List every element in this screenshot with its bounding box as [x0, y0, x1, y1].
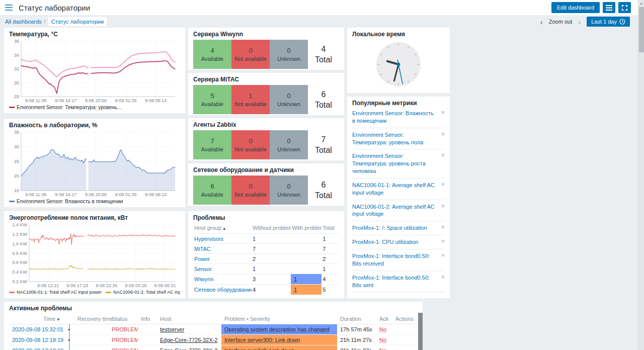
timeline-cell: •: [63, 345, 74, 350]
zoom-out-button[interactable]: Zoom out: [549, 19, 572, 25]
close-icon[interactable]: ×: [441, 152, 445, 158]
list-item: ProxMox-1: Interface bond0.50: Bits sent…: [352, 271, 445, 293]
metric-link[interactable]: Environment Sensor: Температура: уровень…: [352, 152, 437, 175]
severity-cell: Interface swp3s0: Link down: [221, 345, 337, 350]
problem-time-link[interactable]: 2020-09-08 12:18:19: [12, 337, 63, 343]
col-host-group[interactable]: Host group▲: [193, 222, 252, 234]
host-group-link[interactable]: Wiwynn: [194, 276, 214, 282]
host-group-link[interactable]: Сетевое оборудование: [194, 287, 252, 293]
problem-time-link[interactable]: 2020-09-08 15:32:01: [12, 326, 63, 332]
problem-link[interactable]: Interface server300: Link down: [224, 337, 300, 343]
breadcrumb-all-dashboards[interactable]: All dashboards: [5, 19, 42, 25]
widget-scrollbar[interactable]: [418, 313, 423, 350]
popular-metrics-list: Environment Sensor: Влажность в помещени…: [352, 107, 445, 292]
host-link[interactable]: testserver: [160, 326, 184, 332]
host-link[interactable]: Edge-Core-7726-32X-2: [160, 337, 217, 343]
scrollbar-thumb[interactable]: [418, 313, 423, 350]
host-group-link[interactable]: Power: [194, 256, 210, 262]
ack-link[interactable]: No: [379, 347, 386, 350]
host-group-link[interactable]: MiTAC: [194, 246, 211, 252]
host-link[interactable]: Edge-Core-7726-32X-2: [160, 347, 217, 350]
time-back-icon[interactable]: ‹: [540, 18, 543, 26]
metric-link[interactable]: NAC1006-01-1: Average shelf AC input vol…: [352, 182, 437, 197]
page-scrollbar[interactable]: ▲: [638, 0, 644, 350]
widget-title: Влажность в лаборатории, %: [9, 122, 180, 129]
widget-popular-metrics: Популярные метрики Environment Sensor: В…: [347, 97, 450, 298]
close-icon[interactable]: ×: [441, 131, 445, 137]
close-icon[interactable]: ×: [441, 203, 445, 209]
col-timeline: [63, 314, 74, 324]
time-forward-icon[interactable]: ›: [578, 18, 581, 26]
svg-text:9-09 06:14: 9-09 06:14: [145, 98, 167, 103]
with-problems-cell: [291, 254, 321, 264]
metric-link[interactable]: ProxMox-1: Interface bond0.50: Bits sent: [352, 274, 437, 289]
host-group-link[interactable]: Hypervisors: [194, 236, 223, 242]
metric-link[interactable]: NAC1006-01-2: Average shelf AC input vol…: [352, 203, 437, 218]
breadcrumb-current[interactable]: Статус лаборатории: [48, 17, 107, 26]
svg-text:34: 34: [14, 53, 19, 58]
widget-zabbix-agents: Агенты Zabbix 7Available0Not available0U…: [188, 118, 344, 160]
time-controls: ‹ Zoom out › Last 1 day: [540, 17, 633, 27]
close-icon[interactable]: ×: [441, 110, 445, 116]
unknown-cell: 0Unknown: [270, 176, 308, 205]
svg-text:30: 30: [14, 80, 19, 85]
time-range-button[interactable]: Last 1 day: [587, 17, 630, 27]
duration-cell: 21h 11m 27s: [337, 345, 376, 350]
close-icon[interactable]: ×: [441, 252, 445, 258]
host-group-link[interactable]: Sensor: [194, 266, 212, 272]
legend-marker: [9, 201, 15, 202]
dashboard-options-icon[interactable]: [603, 2, 615, 13]
duration-cell: 21h 11m 27s: [337, 335, 376, 345]
humidity-chart: 15202530359-08 11:389-08 16:179-08 20:56…: [9, 130, 180, 198]
problem-time-link[interactable]: 2020-09-08 12:18:19: [12, 347, 63, 350]
scroll-up-icon[interactable]: ▲: [638, 2, 644, 5]
close-icon[interactable]: ×: [441, 182, 445, 188]
kiosk-mode-button[interactable]: [618, 2, 631, 13]
table-row: Wiwynn314: [193, 274, 339, 285]
problem-count-link[interactable]: 1: [294, 287, 297, 293]
ack-link[interactable]: No: [379, 326, 386, 332]
metric-link[interactable]: ProxMox-1: Interface bond0.50: Bits rece…: [352, 252, 437, 268]
timeline-cell: •: [63, 324, 74, 335]
metric-link[interactable]: Environment Sensor: Влажность в помещени…: [352, 110, 437, 125]
availability-row: 4Available0Not available0Unknown4Total: [193, 40, 339, 69]
metric-link[interactable]: ProxMox-1: CPU utilization: [352, 238, 418, 246]
breadcrumb-separator: /: [44, 19, 46, 25]
page-title: Статус лаборатории: [19, 4, 90, 12]
widget-active-problems: Активные проблемы Time▼ Recovery time St…: [4, 302, 423, 350]
svg-text:36: 36: [14, 39, 19, 44]
total-cell: 5: [321, 285, 339, 295]
svg-text:9-08 17:23: 9-08 17:23: [66, 283, 88, 288]
widget-title: Агенты Zabbix: [193, 121, 339, 128]
svg-text:9-09 01:35: 9-09 01:35: [115, 192, 137, 197]
col-time[interactable]: Time▼: [9, 314, 63, 324]
timeline-dot: •: [68, 347, 70, 350]
edit-dashboard-button[interactable]: Edit dashboard: [551, 2, 600, 13]
availability-row: 6Available0Not available0Unknown6Total: [193, 176, 339, 205]
header-actions: Edit dashboard: [551, 2, 631, 13]
without-problems-cell: 3: [252, 274, 291, 285]
problem-link[interactable]: Operating system description has changed: [224, 326, 330, 332]
svg-text:9-08 12:21: 9-08 12:21: [37, 283, 59, 288]
ack-link[interactable]: No: [379, 337, 386, 343]
scrollbar-thumb[interactable]: [639, 7, 644, 52]
legend-marker: [9, 107, 15, 108]
status-badge: PROBLEM: [112, 326, 138, 332]
problem-count-link[interactable]: 1: [294, 276, 297, 282]
without-problems-cell: 1: [252, 234, 291, 244]
svg-text:9-08 11:38: 9-08 11:38: [25, 98, 46, 103]
main-menu-icon[interactable]: [5, 5, 13, 11]
close-icon[interactable]: ×: [441, 238, 445, 244]
close-icon[interactable]: ×: [441, 274, 445, 280]
chart-legend: Environment Sensor: Влажность в помещени…: [9, 199, 180, 204]
close-icon[interactable]: ×: [441, 224, 445, 230]
widget-title: Активные проблемы: [9, 305, 418, 312]
unknown-cell: 0Unknown: [270, 85, 308, 114]
svg-text:15: 15: [14, 188, 19, 193]
problem-link[interactable]: Interface swp3s0: Link down: [224, 347, 294, 350]
metric-link[interactable]: Environment Sensor: Температура: уровень…: [352, 131, 437, 146]
duration-cell: 17h 57m 45s: [337, 324, 376, 335]
metric-link[interactable]: ProxMox-1: /: Space utilization: [352, 224, 427, 232]
table-row: Hypervisors11: [193, 234, 339, 244]
widget-local-time: Локальное время: [347, 28, 450, 93]
